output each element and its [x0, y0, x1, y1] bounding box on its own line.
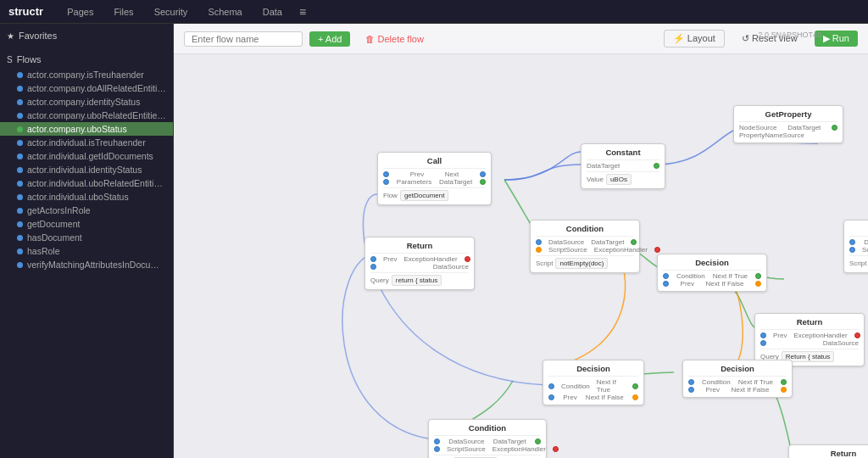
d2-nit-port[interactable]: [781, 379, 787, 385]
sidebar-item-5[interactable]: actor.individual.isTreuhaender: [0, 136, 173, 149]
nav-data[interactable]: Data: [259, 5, 286, 19]
delete-flow-button[interactable]: 🗑 Delete flow: [357, 31, 431, 47]
r2-datasource-port[interactable]: [760, 340, 766, 346]
r1-prev-port[interactable]: [370, 256, 376, 262]
d3-condition-port[interactable]: [548, 383, 554, 389]
sidebar-item-3[interactable]: actor.company.uboRelatedEntitiesCheck: [0, 109, 173, 122]
condition1-title: Condition: [536, 224, 634, 233]
call-next-port[interactable]: [480, 171, 486, 177]
call-prev-port[interactable]: [383, 171, 389, 177]
sidebar-item-10[interactable]: getActorsInRole: [0, 204, 173, 217]
c3-datasource-port[interactable]: [434, 438, 440, 444]
nav-schema[interactable]: Schema: [204, 5, 245, 19]
call-node-params-row: Parameters DataTarget: [383, 178, 486, 186]
item-dot-8: [17, 181, 23, 187]
sidebar-item-2[interactable]: actor.company.identityStatus: [0, 95, 173, 109]
r1-datasource-port[interactable]: [370, 264, 376, 270]
d1-prev-port[interactable]: [663, 281, 669, 287]
item-dot-0: [17, 72, 23, 78]
favorites-header[interactable]: ★ Favorites: [0, 27, 173, 44]
condition1-script-field: Script notEmpty(doc): [536, 258, 634, 269]
layout-button[interactable]: ⚡ Layout: [664, 30, 725, 47]
menu-icon[interactable]: ≡: [299, 5, 306, 19]
top-navigation: structr Pages Files Security Schema Data…: [0, 0, 868, 24]
get-property-node[interactable]: GetProperty NodeSource DataTarget Proper…: [733, 105, 843, 143]
sidebar-item-1[interactable]: actor.company.doAllRelatedEntitiesHaveGr…: [0, 81, 173, 95]
decision3-node[interactable]: Decision Condition Next If True Prev Nex…: [542, 360, 644, 405]
item-label-12: hasDocument: [27, 232, 82, 243]
sidebar-item-13[interactable]: hasRole: [0, 244, 173, 258]
condition1-scriptsource-row: ScriptSource ExceptionHandler: [536, 246, 634, 254]
d3-nif-port[interactable]: [632, 394, 638, 400]
flows-header[interactable]: S Flows: [0, 51, 173, 68]
r2-prev-port[interactable]: [760, 332, 766, 338]
sidebar-item-12[interactable]: hasDocument: [0, 231, 173, 244]
d1-condition-port[interactable]: [663, 273, 669, 279]
decision2-condition-row: Condition Next If True: [688, 378, 787, 386]
constant-node[interactable]: Constant DataTarget Value uBOs: [581, 143, 665, 189]
d1-nif-port[interactable]: [755, 281, 761, 287]
call-params-port[interactable]: [383, 179, 389, 185]
condition3-node[interactable]: Condition DataSource DataTarget ScriptSo…: [428, 419, 547, 458]
item-label-3: actor.company.uboRelatedEntitiesCheck: [27, 110, 166, 120]
call-node[interactable]: Call Prev Next Parameters DataTarget Flo…: [377, 152, 492, 205]
flows-section: S Flows actor.company.isTreuhaender acto…: [0, 47, 173, 275]
d2-nif-port[interactable]: [781, 387, 787, 393]
nav-security[interactable]: Security: [151, 5, 192, 19]
sidebar-item-7[interactable]: actor.individual.identityStatus: [0, 163, 173, 176]
item-dot-10: [17, 208, 23, 214]
item-dot-1: [17, 86, 23, 92]
snapshot-label: 2.0 SNAPSHOT45: [758, 31, 821, 39]
sidebar-item-11[interactable]: getDocument: [0, 217, 173, 231]
nav-files[interactable]: Files: [110, 5, 136, 19]
condition2-node[interactable]: Condition DataSource DataTarget ScriptSo…: [843, 220, 868, 273]
item-label-14: verifyMatchingAttributesInDocuments: [27, 260, 166, 270]
sidebar-item-6[interactable]: actor.individual.getIdDocuments: [0, 149, 173, 163]
gp-datatarget-port[interactable]: [832, 125, 837, 131]
decision2-node[interactable]: Decision Condition Next If True Prev Nex…: [682, 360, 793, 398]
c3-scriptsource-port[interactable]: [434, 446, 440, 452]
flows-label: Flows: [17, 54, 42, 64]
c1-datasource-port[interactable]: [536, 239, 542, 245]
sidebar-item-9[interactable]: actor.individual.uboStatus: [0, 190, 173, 204]
d2-condition-port[interactable]: [688, 379, 694, 385]
return3-node[interactable]: Return Prev ExceptionHandler DataSource …: [788, 444, 868, 458]
item-dot-9: [17, 194, 23, 200]
flow-name-input[interactable]: [184, 31, 303, 47]
c1-scriptsource-port[interactable]: [536, 247, 542, 253]
call-node-title: Call: [383, 156, 486, 165]
return1-datasource-row: DataSource: [370, 263, 469, 271]
return2-title: Return: [760, 317, 859, 327]
add-button[interactable]: + Add: [309, 31, 350, 47]
constant-datatarget-port[interactable]: [654, 163, 659, 169]
nav-pages[interactable]: Pages: [64, 5, 97, 19]
d3-nit-port[interactable]: [632, 383, 638, 389]
r2-exception-port[interactable]: [854, 332, 860, 338]
decision1-node[interactable]: Decision Condition Next If True Prev Nex…: [657, 254, 767, 292]
item-label-13: hasRole: [27, 246, 60, 256]
r1-exception-port[interactable]: [465, 256, 470, 262]
condition1-node[interactable]: Condition DataSource DataTarget ScriptSo…: [530, 220, 640, 273]
flow-canvas[interactable]: Call Prev Next Parameters DataTarget Flo…: [174, 54, 868, 458]
return1-node[interactable]: Return Prev ExceptionHandler DataSource …: [364, 237, 475, 290]
c3-exception-port[interactable]: [553, 446, 559, 452]
return2-datasource-row: DataSource: [760, 339, 859, 347]
d3-prev-port[interactable]: [548, 394, 554, 400]
item-label-7: actor.individual.identityStatus: [27, 165, 142, 175]
condition1-datasource-row: DataSource DataTarget: [536, 238, 634, 246]
d2-prev-port[interactable]: [688, 387, 694, 393]
sidebar-item-0[interactable]: actor.company.isTreuhaender: [0, 68, 173, 81]
c2-scriptsource-port[interactable]: [849, 247, 855, 253]
c1-datatarget-port[interactable]: [631, 239, 637, 245]
get-property-title: GetProperty: [739, 109, 837, 119]
c1-exception-port[interactable]: [654, 247, 660, 253]
c2-datasource-port[interactable]: [849, 239, 855, 245]
d1-nit-port[interactable]: [755, 273, 761, 279]
sidebar-item-8[interactable]: actor.individual.uboRelatedEntitiesCheck: [0, 176, 173, 190]
sidebar-item-14[interactable]: verifyMatchingAttributesInDocuments: [0, 258, 173, 271]
call-datatarget-port[interactable]: [480, 179, 486, 185]
sidebar: ★ Favorites S Flows actor.company.isTreu…: [0, 24, 174, 458]
return2-node[interactable]: Return Prev ExceptionHandler DataSource …: [754, 313, 865, 366]
sidebar-item-4[interactable]: actor.company.uboStatus: [0, 122, 173, 136]
c3-datatarget-port[interactable]: [535, 438, 541, 444]
